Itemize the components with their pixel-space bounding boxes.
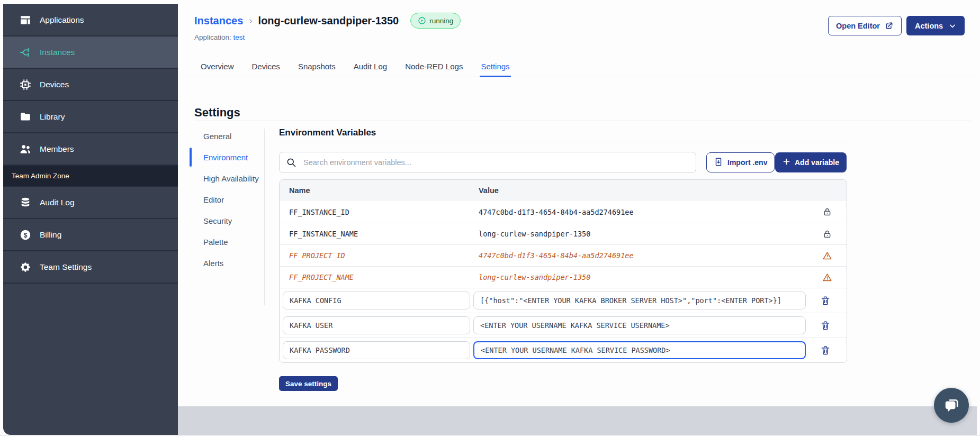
table-row <box>280 313 847 338</box>
chevron-down-icon <box>949 22 956 30</box>
subnav-item-palette[interactable]: Palette <box>194 236 259 248</box>
database-icon <box>20 197 31 208</box>
sidebar-item-library[interactable]: Library <box>3 101 178 133</box>
settings-divider <box>194 121 970 121</box>
page-title: long-curlew-sandpiper-1350 <box>258 15 399 27</box>
play-circle-icon <box>418 16 426 25</box>
sidebar: Applications Instances Devices Library M… <box>3 4 178 435</box>
env-var-value: 4747c0bd-d1f3-4654-84b4-aa5d274691ee <box>473 251 808 260</box>
warning-triangle-icon <box>822 272 832 283</box>
table-row: FF_INSTANCE_NAME long-curlew-sandpiper-1… <box>280 223 847 244</box>
delete-variable-button[interactable] <box>820 320 831 331</box>
sidebar-item-instances[interactable]: Instances <box>3 37 178 69</box>
sidebar-item-label: Audit Log <box>40 198 75 207</box>
env-var-value: long-curlew-sandpiper-1350 <box>473 230 808 238</box>
app-window: Applications Instances Devices Library M… <box>0 0 980 437</box>
env-var-name: FF_PROJECT_ID <box>280 251 473 260</box>
tab-audit-log[interactable]: Audit Log <box>353 59 388 77</box>
env-value-input-focused[interactable] <box>473 341 806 359</box>
status-badge: running <box>410 13 461 29</box>
sidebar-item-devices[interactable]: Devices <box>3 69 178 101</box>
tab-devices[interactable]: Devices <box>251 59 281 77</box>
save-settings-button[interactable]: Save settings <box>279 376 338 391</box>
search-icon <box>286 157 296 168</box>
add-variable-button[interactable]: Add variable <box>775 152 847 172</box>
breadcrumb-instances-link[interactable]: Instances <box>194 15 243 27</box>
subnav-item-high-availability[interactable]: High Availability <box>194 173 259 184</box>
application-link[interactable]: test <box>233 33 245 41</box>
subnav-divider <box>264 129 265 305</box>
env-value-input[interactable] <box>473 292 806 309</box>
add-variable-label: Add variable <box>795 158 839 167</box>
subnav-item-alerts[interactable]: Alerts <box>194 258 259 269</box>
settings-subnav: General Environment High Availability Ed… <box>194 131 259 279</box>
application-line: Application: test <box>194 33 245 41</box>
sidebar-item-label: Team Settings <box>40 262 92 272</box>
env-panel-divider <box>279 142 847 142</box>
table-header: Name Value <box>280 180 847 201</box>
sidebar-item-label: Billing <box>40 230 61 240</box>
tab-node-red-logs[interactable]: Node-RED Logs <box>404 59 464 77</box>
sidebar-item-label: Applications <box>40 15 84 25</box>
subnav-item-editor[interactable]: Editor <box>194 194 259 205</box>
users-icon <box>20 143 31 155</box>
table-row: FF_PROJECT_NAME long-curlew-sandpiper-13… <box>280 266 847 288</box>
settings-title: Settings <box>194 106 240 120</box>
search-input[interactable] <box>302 158 689 167</box>
env-name-input[interactable] <box>283 341 470 359</box>
delete-variable-button[interactable] <box>820 295 831 306</box>
sidebar-item-label: Library <box>40 112 65 122</box>
import-env-label: Import .env <box>727 158 767 167</box>
tab-overview[interactable]: Overview <box>200 59 235 77</box>
env-var-name: FF_INSTANCE_ID <box>280 208 473 216</box>
actions-button[interactable]: Actions <box>906 16 965 35</box>
sidebar-item-label: Members <box>40 144 74 154</box>
sidebar-item-label: Instances <box>40 48 75 57</box>
subnav-item-security[interactable]: Security <box>194 215 259 226</box>
env-var-name: FF_PROJECT_NAME <box>280 273 473 281</box>
delete-variable-button[interactable] <box>820 345 831 356</box>
open-editor-button[interactable]: Open Editor <box>828 16 902 35</box>
table-row: FF_INSTANCE_ID 4747c0bd-d1f3-4654-84b4-a… <box>280 201 847 223</box>
sidebar-item-billing[interactable]: $ Billing <box>3 219 178 251</box>
document-download-icon <box>714 157 723 168</box>
open-editor-label: Open Editor <box>836 22 880 30</box>
svg-text:$: $ <box>24 231 28 239</box>
table-row <box>280 338 847 362</box>
chip-icon <box>20 79 31 90</box>
footer-band <box>178 406 977 435</box>
sidebar-item-audit-log[interactable]: Audit Log <box>3 187 178 219</box>
env-name-input[interactable] <box>283 316 470 334</box>
sidebar-section-team-admin-zone: Team Admin Zone <box>3 166 178 187</box>
env-var-name: FF_INSTANCE_NAME <box>280 230 473 238</box>
tab-snapshots[interactable]: Snapshots <box>297 59 337 77</box>
chat-widget-button[interactable] <box>934 388 969 423</box>
sidebar-section-label: Team Admin Zone <box>12 172 69 180</box>
column-header-name: Name <box>280 186 473 195</box>
status-badge-label: running <box>429 17 453 25</box>
subnav-item-environment[interactable]: Environment <box>194 152 259 163</box>
application-label: Application: <box>194 33 231 41</box>
env-var-value: 4747c0bd-d1f3-4654-84b4-aa5d274691ee <box>473 208 808 216</box>
column-header-value: Value <box>473 186 808 195</box>
env-search <box>279 152 696 173</box>
tab-settings[interactable]: Settings <box>480 59 510 77</box>
actions-label: Actions <box>915 22 943 30</box>
tab-bar: Overview Devices Snapshots Audit Log Nod… <box>178 59 977 77</box>
lock-icon <box>822 229 832 239</box>
plus-icon <box>783 158 790 167</box>
warning-triangle-icon <box>822 251 832 261</box>
import-env-button[interactable]: Import .env <box>706 152 775 172</box>
external-link-icon <box>885 21 894 30</box>
sidebar-item-team-settings[interactable]: Team Settings <box>3 251 178 284</box>
sidebar-item-applications[interactable]: Applications <box>3 4 178 37</box>
breadcrumb-separator: › <box>249 15 252 26</box>
chat-bubbles-icon <box>942 396 961 415</box>
env-value-input[interactable] <box>473 316 806 334</box>
subnav-item-general[interactable]: General <box>194 131 259 142</box>
window-bottom-edge <box>0 435 980 436</box>
env-name-input[interactable] <box>283 292 470 309</box>
env-panel-title: Environment Variables <box>279 128 376 138</box>
sidebar-item-members[interactable]: Members <box>3 133 178 166</box>
table-row: FF_PROJECT_ID 4747c0bd-d1f3-4654-84b4-aa… <box>280 244 847 266</box>
